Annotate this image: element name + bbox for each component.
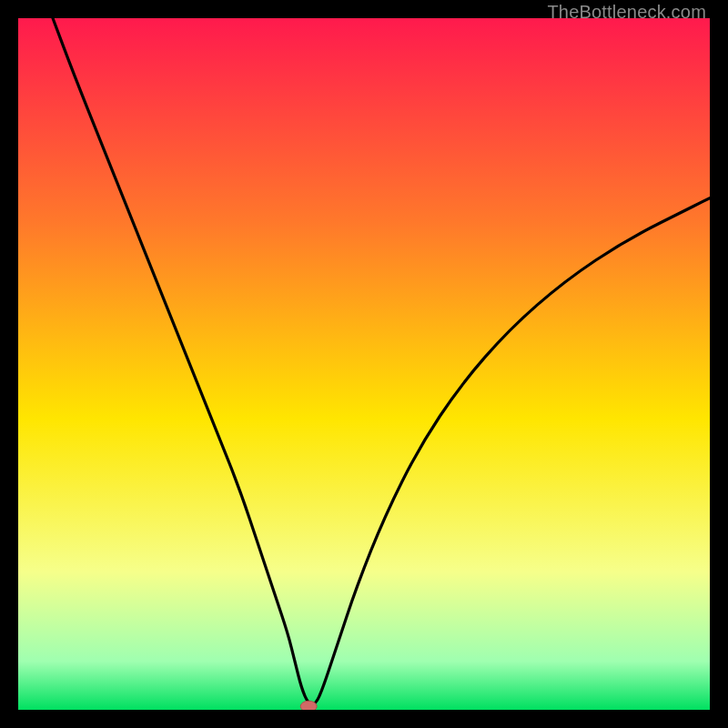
gradient-background bbox=[18, 18, 710, 710]
chart-frame bbox=[18, 18, 710, 710]
bottleneck-chart bbox=[18, 18, 710, 710]
optimal-point-marker bbox=[300, 701, 317, 710]
watermark-text: TheBottleneck.com bbox=[547, 2, 706, 23]
